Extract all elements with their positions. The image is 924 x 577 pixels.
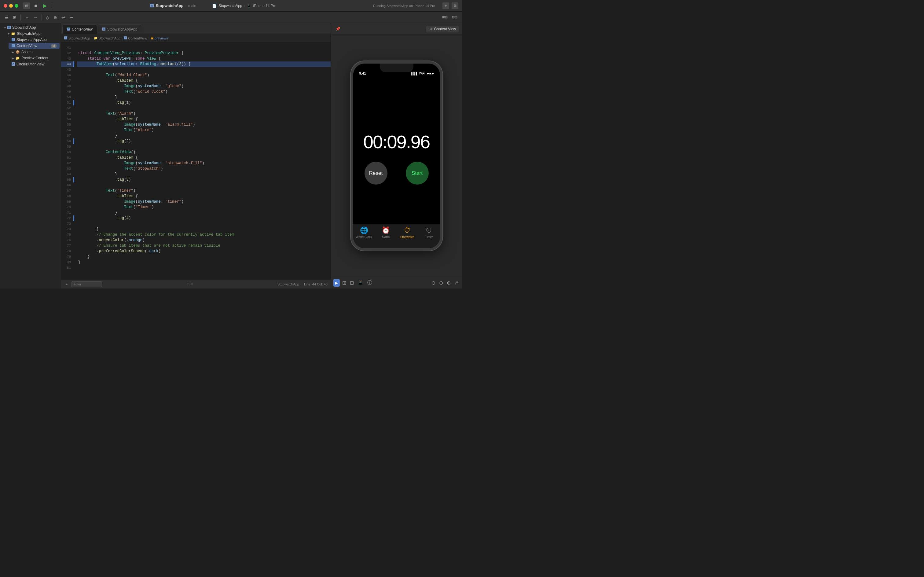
preview-pin-btn[interactable]: 📌	[334, 26, 342, 32]
tab-stopwatchappapp[interactable]: 🅰 StopwatchAppApp	[98, 24, 142, 34]
code-line-54: .tabItem {	[77, 116, 331, 122]
breadcrumb-3[interactable]: ContentView	[128, 36, 147, 40]
bookmark-btn[interactable]: ⊕	[52, 15, 59, 21]
sidebar-item-assets[interactable]: ▶ 📦 Assets	[8, 49, 60, 55]
breadcrumb-2[interactable]: StopwatchApp	[99, 36, 121, 40]
sidebar-label-stopwatchappapp: StopwatchAppApp	[16, 38, 47, 42]
filter-input[interactable]	[71, 281, 102, 287]
tab-item-worldclock[interactable]: 🌐 World Clock	[353, 226, 375, 239]
tab-item-stopwatch[interactable]: ⏱ Stopwatch	[397, 226, 418, 239]
title-bar: ⊞ ◼ ▶ 🅰 StopwatchApp › main 📄 StopwatchA…	[0, 0, 462, 11]
redo-btn[interactable]: ↪	[68, 15, 74, 21]
zoom-controls: ⊖ ⊙ ⊕ ⤢	[430, 279, 460, 286]
code-line-47: .tabItem {	[77, 78, 331, 84]
title-bar-center: 🅰 StopwatchApp › main 📄 StopwatchApp › 📱…	[56, 3, 371, 8]
layout-btn-1[interactable]: ⊞⊟	[441, 15, 449, 20]
breakpoint-btn[interactable]: ◇	[44, 15, 51, 21]
code-editor[interactable]: 41 42 43 44 45 46 47 48 49 50 51 52 53 5…	[61, 42, 331, 279]
editor-tab-bar: 🅰 ContentView 🅰 StopwatchAppApp	[61, 23, 331, 34]
preview-inspect-btn[interactable]: ⓘ	[366, 279, 373, 287]
code-line-63: Text("Stopwatch")	[77, 166, 331, 171]
line-col-status: Line: 44 Col: 46	[304, 282, 328, 286]
sidebar-label-stopwatchapp-root: StopwatchApp	[12, 25, 36, 30]
tab-item-alarm[interactable]: ⏰ Alarm	[375, 226, 397, 239]
content-view-label: Content View	[434, 27, 456, 31]
source-control-icons: ⊟ ⊞	[187, 282, 193, 286]
reset-button[interactable]: Reset	[365, 162, 388, 185]
code-line-78: .preferredColorScheme(.dark)	[77, 248, 331, 254]
sidebar-item-stopwatchapp-group[interactable]: ▾ 📁 StopwatchApp	[5, 31, 60, 37]
preview-grid-btn[interactable]: ⊞	[341, 279, 348, 287]
sidebar-group-files: 🅰 StopwatchAppApp 🅰 ContentView M ▶ 📦 As…	[7, 37, 61, 67]
code-line-50: }	[77, 94, 331, 100]
sidebar-item-stopwatchapp-root[interactable]: ▾ 🅰 StopwatchApp	[1, 24, 60, 31]
status-time: 9:41	[359, 71, 366, 75]
stopwatch-buttons: Reset Start	[365, 162, 429, 185]
zoom-fit-btn[interactable]: ⊙	[438, 279, 444, 286]
code-line-45	[77, 67, 331, 73]
fullscreen-button[interactable]	[14, 4, 18, 8]
code-line-41	[77, 45, 331, 50]
add-filter-btn[interactable]: +	[64, 282, 69, 287]
layout-btn-2[interactable]: ⊟⊞	[451, 15, 459, 20]
tab-contentview[interactable]: 🅰 ContentView	[62, 24, 97, 34]
preview-panel: 📌 🖥 Content View 9:41 ▌▌▌	[331, 23, 462, 288]
sidebar-icon-btn[interactable]: ☰	[3, 15, 10, 21]
sep-2: ›	[122, 36, 123, 40]
tab-item-timer[interactable]: ⏲ Timer	[418, 226, 440, 239]
iphone-notch	[380, 64, 414, 72]
close-button[interactable]	[4, 4, 7, 8]
run-button[interactable]: ▶	[42, 2, 48, 9]
stopwatch-main: 00:09.96 Reset Start	[353, 77, 440, 224]
code-line-77: // Ensure tab items that are not active …	[77, 243, 331, 248]
left-editor: 🅰 ContentView 🅰 StopwatchAppApp 🅰 Stopwa…	[61, 23, 331, 288]
code-line-60: ContentView()	[77, 150, 331, 155]
sidebar-item-preview-content[interactable]: ▶ 📁 Preview Content	[8, 55, 60, 61]
timer-icon: ⏲	[426, 226, 432, 234]
add-tab-button[interactable]: +	[443, 2, 449, 9]
zoom-out-btn[interactable]: ⊖	[430, 279, 437, 286]
stopwatch-icon: ⏱	[404, 226, 410, 234]
start-button[interactable]: Start	[406, 162, 429, 185]
sidebar-label-assets: Assets	[21, 50, 32, 54]
sidebar-label-circlebuttonview: CircleButtonView	[16, 62, 44, 66]
status-filename: StopwatchApp	[277, 282, 299, 286]
zoom-in-btn[interactable]: ⊕	[446, 279, 452, 286]
preview-device-btn[interactable]: 📱	[356, 279, 365, 287]
breadcrumb-file-icon: 🅰	[124, 36, 127, 40]
sidebar-item-circlebuttonview[interactable]: 🅰 CircleButtonView	[8, 61, 60, 67]
code-line-59	[77, 144, 331, 150]
breadcrumb-4[interactable]: previews	[155, 36, 168, 40]
minimize-button[interactable]	[9, 4, 13, 8]
preview-apps-btn[interactable]: ⊟	[349, 279, 355, 287]
sidebar-label-contentview: ContentView	[16, 44, 37, 48]
content-area: ▾ 🅰 StopwatchApp ▾ 📁 StopwatchApp 🅰 Stop…	[0, 23, 462, 288]
back-nav-btn[interactable]: ←	[23, 15, 31, 21]
code-line-49: Text("World Clock")	[77, 89, 331, 94]
breadcrumb-1[interactable]: StopwatchApp	[68, 36, 90, 40]
undo-btn[interactable]: ↩	[60, 15, 67, 21]
code-line-62: Image(systemName: "stopwatch.fill")	[77, 160, 331, 166]
fwd-nav-btn[interactable]: →	[32, 15, 39, 21]
stop-button[interactable]: ◼	[32, 2, 39, 9]
stopwatch-display: 00:09.96	[363, 131, 430, 153]
grid-btn[interactable]: ⊞	[11, 15, 18, 21]
assets-icon: 📦	[16, 50, 20, 54]
code-content[interactable]: struct ContentView_Previews: PreviewProv…	[74, 42, 331, 279]
preview-play-btn[interactable]: ▶	[333, 279, 340, 287]
sidebar: ▾ 🅰 StopwatchApp ▾ 📁 StopwatchApp 🅰 Stop…	[0, 23, 61, 288]
status-icons: ▌▌▌ WiFi ▰▰▰	[411, 72, 434, 75]
sidebar-item-contentview[interactable]: 🅰 ContentView M	[8, 43, 60, 49]
content-view-label-btn[interactable]: 🖥 Content View	[426, 26, 459, 32]
line-numbers: 41 42 43 44 45 46 47 48 49 50 51 52 53 5…	[61, 42, 73, 279]
device-icon: 📱	[247, 4, 251, 8]
split-view-button[interactable]: ⊟	[452, 2, 458, 9]
sidebar-toggle-button[interactable]: ⊞	[23, 2, 30, 9]
code-line-70: Text("Timer")	[77, 205, 331, 210]
iphone-tab-bar: 🌐 World Clock ⏰ Alarm ⏱ Stopwatch	[353, 224, 440, 248]
code-line-53: Text("Alarm")	[77, 111, 331, 116]
preview-toolbar: 📌 🖥 Content View	[331, 23, 462, 35]
zoom-fullscreen-btn[interactable]: ⤢	[453, 279, 460, 286]
sidebar-item-stopwatchappapp[interactable]: 🅰 StopwatchAppApp	[8, 37, 60, 43]
code-line-80: }	[77, 259, 331, 265]
